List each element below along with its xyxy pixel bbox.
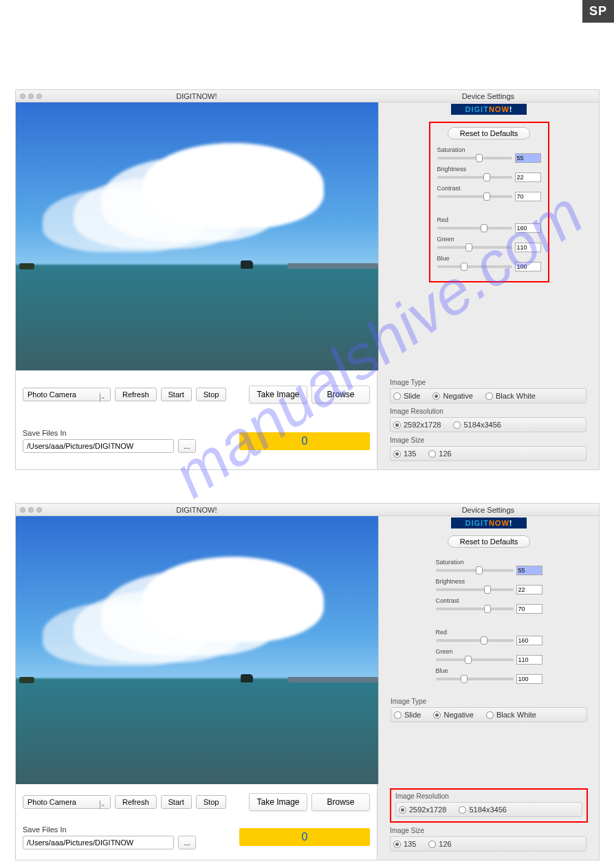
save-files-label: Save Files In [23, 429, 196, 437]
green-label: Green [437, 236, 541, 243]
contrast-input[interactable] [516, 604, 542, 614]
brightness-input[interactable] [516, 585, 542, 594]
stop-button[interactable]: Stop [196, 388, 227, 401]
radio-slide[interactable]: Slide [393, 392, 420, 400]
radio-res-5184[interactable]: 5184x3456 [453, 421, 501, 429]
blue-slider[interactable] [436, 678, 514, 680]
green-slider[interactable] [437, 246, 512, 249]
radio-negative[interactable]: Negative [433, 711, 473, 719]
reset-button[interactable]: Reset to Defaults [448, 127, 530, 140]
radio-res-2592[interactable]: 2592x1728 [393, 421, 441, 429]
bottom-controls: Photo Camera⌄ Refresh Start Stop Take Im… [16, 370, 377, 469]
browse-path-button[interactable]: ... [178, 836, 196, 849]
image-size-group: Image Size 135 126 [390, 827, 586, 852]
red-label: Red [436, 629, 542, 636]
red-slider[interactable] [436, 639, 514, 642]
start-button[interactable]: Start [161, 388, 192, 401]
image-type-label: Image Type [390, 379, 586, 386]
window-title-right: Device Settings [377, 506, 599, 514]
red-input[interactable] [515, 223, 541, 233]
app-window-2: DIGITNOW! Device Settings DIGITNOW! Rese… [15, 503, 600, 860]
brightness-label: Brightness [437, 166, 541, 173]
green-label: Green [436, 648, 542, 655]
contrast-slider[interactable] [437, 195, 512, 198]
image-resolution-highlight: Image Resolution 2592x1728 5184x3456 [390, 788, 588, 823]
saturation-input[interactable] [515, 153, 541, 163]
red-input[interactable] [516, 636, 542, 645]
radio-res-5184[interactable]: 5184x3456 [459, 805, 506, 814]
radio-size-135[interactable]: 135 [393, 449, 416, 458]
image-size-label: Image Size [390, 436, 586, 444]
brightness-input[interactable] [515, 173, 541, 182]
image-resolution-label: Image Resolution [395, 792, 582, 800]
blue-input[interactable] [515, 262, 541, 271]
brand-logo: DIGITNOW! [451, 104, 527, 115]
radio-size-126[interactable]: 126 [428, 840, 451, 848]
green-slider[interactable] [436, 658, 514, 661]
contrast-label: Contrast [436, 597, 542, 604]
image-resolution-label: Image Resolution [390, 408, 586, 415]
radio-negative[interactable]: Negative [432, 392, 472, 400]
take-image-button[interactable]: Take Image [249, 793, 307, 811]
radio-blackwhite[interactable]: Black White [486, 711, 536, 719]
take-image-button[interactable]: Take Image [249, 386, 307, 403]
brightness-slider[interactable] [436, 588, 514, 591]
sp-badge: SP [582, 0, 614, 23]
image-type-group: Image Type Slide Negative Black White [391, 698, 587, 722]
image-resolution-group: Image Resolution 2592x1728 5184x3456 [390, 408, 586, 432]
preview-area [16, 516, 378, 784]
blue-slider[interactable] [437, 265, 512, 268]
radio-res-2592[interactable]: 2592x1728 [399, 805, 446, 814]
save-files-label: Save Files In [23, 825, 196, 834]
browse-button[interactable]: Browse [311, 386, 370, 403]
brightness-label: Brightness [436, 578, 542, 585]
titlebar: DIGITNOW! Device Settings [16, 90, 599, 102]
contrast-input[interactable] [515, 192, 541, 201]
preview-area [16, 102, 378, 370]
refresh-button[interactable]: Refresh [115, 795, 157, 809]
sliders-highlight-box: Reset to Defaults Saturation Brightness … [429, 122, 549, 282]
contrast-slider[interactable] [436, 608, 514, 610]
contrast-label: Contrast [437, 185, 541, 192]
saturation-label: Saturation [436, 559, 542, 566]
radio-blackwhite[interactable]: Black White [485, 392, 536, 400]
titlebar: DIGITNOW! Device Settings [16, 504, 599, 516]
save-path-input[interactable] [23, 439, 174, 453]
sliders-box: Saturation Brightness Contrast Red Green… [429, 555, 549, 693]
device-settings-panel: DIGITNOW! Reset to Defaults Saturation B… [378, 102, 599, 370]
window-title-left: DIGITNOW! [16, 506, 377, 514]
window-title-right: Device Settings [377, 92, 599, 100]
image-size-label: Image Size [390, 827, 586, 834]
start-button[interactable]: Start [161, 795, 192, 809]
counter-bar: 0 [239, 432, 370, 450]
browse-path-button[interactable]: ... [178, 439, 196, 453]
image-type-group: Image Type Slide Negative Black White [390, 379, 586, 403]
window-title-left: DIGITNOW! [16, 92, 377, 100]
green-input[interactable] [516, 655, 542, 665]
brightness-slider[interactable] [437, 176, 512, 179]
source-dropdown[interactable]: Photo Camera⌄ [23, 795, 111, 809]
blue-label: Blue [436, 667, 542, 674]
radio-size-135[interactable]: 135 [393, 840, 416, 848]
browse-button[interactable]: Browse [311, 793, 370, 811]
app-window-1: DIGITNOW! Device Settings DIGITNOW! Rese… [15, 89, 600, 470]
refresh-button[interactable]: Refresh [115, 388, 157, 401]
stop-button[interactable]: Stop [196, 795, 227, 809]
blue-input[interactable] [516, 674, 542, 684]
device-settings-panel: DIGITNOW! Reset to Defaults Saturation B… [378, 516, 599, 784]
saturation-input[interactable] [516, 566, 542, 575]
red-slider[interactable] [437, 227, 512, 230]
saturation-label: Saturation [437, 146, 541, 153]
saturation-slider[interactable] [437, 157, 512, 159]
saturation-slider[interactable] [436, 569, 514, 572]
radio-size-126[interactable]: 126 [428, 449, 451, 458]
radio-slide[interactable]: Slide [394, 711, 421, 719]
image-type-label: Image Type [391, 698, 587, 705]
reset-button[interactable]: Reset to Defaults [448, 535, 530, 548]
bottom-controls: Photo Camera⌄ Refresh Start Stop Take Im… [16, 784, 377, 860]
green-input[interactable] [515, 243, 541, 252]
save-path-input[interactable] [23, 836, 174, 849]
right-options: Image Type Slide Negative Black White Im… [377, 370, 599, 469]
counter-bar: 0 [239, 828, 370, 846]
source-dropdown[interactable]: Photo Camera⌄ [23, 388, 111, 401]
